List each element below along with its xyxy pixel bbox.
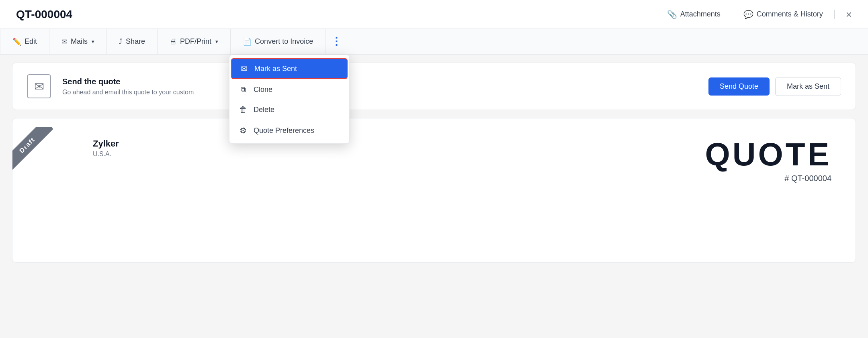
invoice-icon: 📄 <box>243 37 252 46</box>
company-name: Zylker <box>93 138 119 149</box>
mail-icon: ✉ <box>61 37 68 46</box>
share-icon: ⤴ <box>119 37 123 46</box>
more-dots-icon: ⋮ <box>331 35 342 48</box>
send-quote-banner: ✉ Send the quote Go ahead and email this… <box>12 63 856 110</box>
mails-dropdown-arrow: ▾ <box>92 39 94 45</box>
quote-preferences-menu-item[interactable]: ⚙ Quote Preferences <box>229 120 349 141</box>
share-button[interactable]: ⤴ Share <box>107 29 158 55</box>
comments-history-button[interactable]: 💬 Comments & History <box>743 10 823 19</box>
document-content: Zylker U.S.A. QUOTE # QT-000004 <box>12 118 856 199</box>
delete-icon: 🗑 <box>238 105 248 114</box>
mark-as-sent-menu-item[interactable]: ✉ Mark as Sent <box>231 58 348 79</box>
doc-type-info: QUOTE # QT-000004 <box>705 138 831 183</box>
comment-icon: 💬 <box>743 10 753 19</box>
page-title: QT-000004 <box>16 8 72 21</box>
banner-content: Send the quote Go ahead and email this q… <box>62 77 697 96</box>
banner-description: Go ahead and email this quote to your cu… <box>62 89 697 96</box>
close-button[interactable]: × <box>846 9 852 20</box>
draft-label: Draft <box>12 127 53 171</box>
mark-sent-icon: ✉ <box>239 64 249 73</box>
company-country: U.S.A. <box>93 151 119 158</box>
mails-button[interactable]: ✉ Mails ▾ <box>49 29 107 55</box>
clone-icon: ⧉ <box>238 86 248 94</box>
pdf-icon: 🖨 <box>170 37 177 46</box>
convert-to-invoice-button[interactable]: 📄 Convert to Invoice <box>231 29 326 55</box>
doc-type-label: QUOTE <box>705 138 831 171</box>
document-area: Draft Zylker U.S.A. QUOTE # QT-000004 <box>12 118 856 263</box>
banner-title: Send the quote <box>62 77 697 86</box>
doc-number: # QT-000004 <box>705 174 831 183</box>
header-divider <box>732 10 732 19</box>
envelope-icon-banner: ✉ <box>27 74 51 98</box>
page-header: QT-000004 📎 Attachments 💬 Comments & His… <box>0 0 868 29</box>
send-quote-button[interactable]: Send Quote <box>708 77 770 96</box>
edit-icon: ✏️ <box>12 37 21 46</box>
mark-as-sent-button[interactable]: Mark as Sent <box>775 77 841 96</box>
pdf-print-button[interactable]: 🖨 PDF/Print ▾ <box>158 29 231 55</box>
envelope-icon: ✉ <box>34 79 44 94</box>
header-divider2 <box>834 10 835 19</box>
toolbar: ✏️ Edit ✉ Mails ▾ ⤴ Share 🖨 PDF/Print ▾ … <box>0 29 868 55</box>
doc-company-info: Zylker U.S.A. <box>93 138 119 158</box>
pdf-dropdown-arrow: ▾ <box>215 39 218 45</box>
attachments-button[interactable]: 📎 Attachments <box>667 10 721 19</box>
more-options-button[interactable]: ⋮ <box>326 29 347 55</box>
clone-menu-item[interactable]: ⧉ Clone <box>229 80 349 100</box>
edit-button[interactable]: ✏️ Edit <box>0 29 49 55</box>
banner-actions: Send Quote Mark as Sent <box>708 77 841 96</box>
dropdown-menu: ✉ Mark as Sent ⧉ Clone 🗑 Delete ⚙ Quote … <box>229 55 350 144</box>
delete-menu-item[interactable]: 🗑 Delete <box>229 100 349 120</box>
prefs-icon: ⚙ <box>238 126 248 135</box>
header-actions: 📎 Attachments 💬 Comments & History × <box>667 9 852 20</box>
paperclip-icon: 📎 <box>667 10 677 19</box>
